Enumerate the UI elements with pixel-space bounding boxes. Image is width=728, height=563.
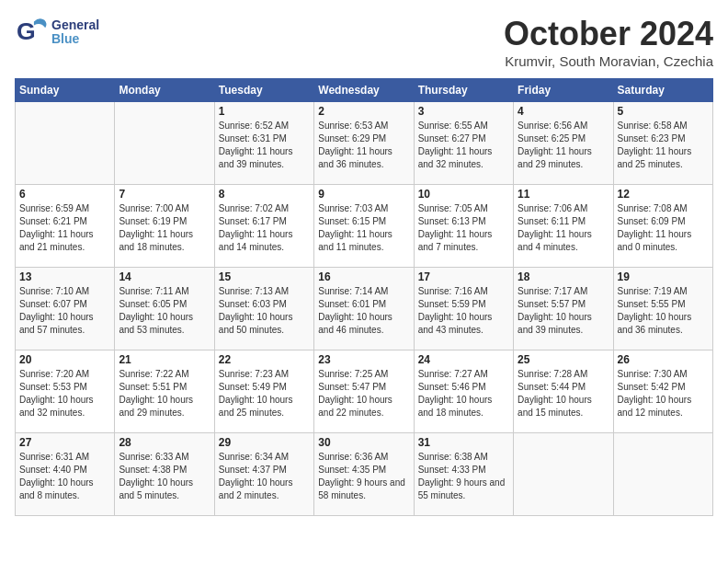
calendar-cell: 11Sunrise: 7:06 AM Sunset: 6:11 PM Dayli…: [514, 185, 613, 268]
calendar-cell: 24Sunrise: 7:27 AM Sunset: 5:46 PM Dayli…: [414, 350, 513, 433]
day-number: 25: [518, 353, 609, 366]
day-number: 5: [618, 105, 709, 118]
month-title: October 2024: [504, 15, 713, 53]
day-info: Sunrise: 7:10 AM Sunset: 6:07 PM Dayligh…: [19, 285, 110, 337]
day-info: Sunrise: 6:56 AM Sunset: 6:25 PM Dayligh…: [518, 120, 609, 171]
day-number: 28: [119, 436, 210, 449]
day-info: Sunrise: 7:20 AM Sunset: 5:53 PM Dayligh…: [19, 368, 110, 419]
day-info: Sunrise: 7:14 AM Sunset: 6:01 PM Dayligh…: [318, 285, 409, 337]
day-info: Sunrise: 7:16 AM Sunset: 5:59 PM Dayligh…: [418, 285, 509, 337]
calendar-cell: 9Sunrise: 7:03 AM Sunset: 6:15 PM Daylig…: [314, 185, 414, 268]
calendar-week-row: 13Sunrise: 7:10 AM Sunset: 6:07 PM Dayli…: [16, 268, 713, 350]
calendar-cell: 20Sunrise: 7:20 AM Sunset: 5:53 PM Dayli…: [16, 350, 115, 433]
page-header: G General Blue October 2024 Krumvir, Sou…: [15, 15, 713, 69]
calendar-cell: 17Sunrise: 7:16 AM Sunset: 5:59 PM Dayli…: [414, 268, 513, 350]
logo: G General Blue: [15, 15, 99, 50]
calendar-cell: [16, 102, 115, 185]
calendar-cell: 14Sunrise: 7:11 AM Sunset: 6:05 PM Dayli…: [115, 268, 214, 350]
calendar-cell: 7Sunrise: 7:00 AM Sunset: 6:19 PM Daylig…: [115, 185, 214, 268]
day-info: Sunrise: 7:17 AM Sunset: 5:57 PM Dayligh…: [518, 285, 609, 337]
column-header-sunday: Sunday: [16, 79, 115, 102]
calendar-cell: 28Sunrise: 6:33 AM Sunset: 4:38 PM Dayli…: [115, 433, 214, 516]
day-number: 6: [19, 188, 110, 201]
day-number: 31: [418, 436, 509, 449]
calendar-cell: [514, 433, 613, 516]
calendar-cell: 30Sunrise: 6:36 AM Sunset: 4:35 PM Dayli…: [314, 433, 414, 516]
calendar-cell: 23Sunrise: 7:25 AM Sunset: 5:47 PM Dayli…: [314, 350, 414, 433]
day-number: 1: [219, 105, 310, 118]
day-info: Sunrise: 7:05 AM Sunset: 6:13 PM Dayligh…: [418, 202, 509, 254]
calendar-table: SundayMondayTuesdayWednesdayThursdayFrid…: [15, 78, 713, 516]
day-number: 9: [318, 188, 409, 201]
day-number: 11: [518, 188, 609, 201]
day-number: 21: [119, 353, 210, 366]
day-info: Sunrise: 7:00 AM Sunset: 6:19 PM Dayligh…: [119, 202, 210, 254]
column-header-saturday: Saturday: [613, 79, 712, 102]
title-block: October 2024 Krumvir, South Moravian, Cz…: [504, 15, 713, 69]
day-info: Sunrise: 6:34 AM Sunset: 4:37 PM Dayligh…: [219, 451, 310, 502]
calendar-cell: 29Sunrise: 6:34 AM Sunset: 4:37 PM Dayli…: [214, 433, 313, 516]
day-number: 30: [318, 436, 409, 449]
day-number: 3: [418, 105, 509, 118]
calendar-cell: [613, 433, 712, 516]
column-header-monday: Monday: [115, 79, 214, 102]
calendar-cell: 13Sunrise: 7:10 AM Sunset: 6:07 PM Dayli…: [16, 268, 115, 350]
day-info: Sunrise: 6:31 AM Sunset: 4:40 PM Dayligh…: [19, 451, 110, 502]
calendar-header-row: SundayMondayTuesdayWednesdayThursdayFrid…: [16, 79, 713, 102]
calendar-cell: 22Sunrise: 7:23 AM Sunset: 5:49 PM Dayli…: [214, 350, 313, 433]
day-info: Sunrise: 7:06 AM Sunset: 6:11 PM Dayligh…: [518, 202, 609, 254]
calendar-cell: 31Sunrise: 6:38 AM Sunset: 4:33 PM Dayli…: [414, 433, 513, 516]
day-info: Sunrise: 7:25 AM Sunset: 5:47 PM Dayligh…: [318, 368, 409, 419]
calendar-cell: 10Sunrise: 7:05 AM Sunset: 6:13 PM Dayli…: [414, 185, 513, 268]
calendar-cell: 4Sunrise: 6:56 AM Sunset: 6:25 PM Daylig…: [514, 102, 613, 185]
calendar-cell: 6Sunrise: 6:59 AM Sunset: 6:21 PM Daylig…: [16, 185, 115, 268]
day-number: 8: [219, 188, 310, 201]
calendar-cell: 15Sunrise: 7:13 AM Sunset: 6:03 PM Dayli…: [214, 268, 313, 350]
day-info: Sunrise: 7:13 AM Sunset: 6:03 PM Dayligh…: [219, 285, 310, 337]
day-number: 15: [219, 270, 310, 283]
calendar-cell: [115, 102, 214, 185]
calendar-cell: 21Sunrise: 7:22 AM Sunset: 5:51 PM Dayli…: [115, 350, 214, 433]
location: Krumvir, South Moravian, Czechia: [504, 53, 713, 69]
calendar-week-row: 1Sunrise: 6:52 AM Sunset: 6:31 PM Daylig…: [16, 102, 713, 185]
calendar-cell: 19Sunrise: 7:19 AM Sunset: 5:55 PM Dayli…: [613, 268, 712, 350]
column-header-thursday: Thursday: [414, 79, 513, 102]
calendar-cell: 12Sunrise: 7:08 AM Sunset: 6:09 PM Dayli…: [613, 185, 712, 268]
day-number: 10: [418, 188, 509, 201]
logo-general-text: General: [51, 18, 99, 32]
day-number: 20: [19, 353, 110, 366]
day-number: 4: [518, 105, 609, 118]
day-number: 2: [318, 105, 409, 118]
day-info: Sunrise: 6:52 AM Sunset: 6:31 PM Dayligh…: [219, 120, 310, 171]
day-info: Sunrise: 6:36 AM Sunset: 4:35 PM Dayligh…: [318, 451, 409, 502]
day-info: Sunrise: 7:28 AM Sunset: 5:44 PM Dayligh…: [518, 368, 609, 419]
day-info: Sunrise: 7:02 AM Sunset: 6:17 PM Dayligh…: [219, 202, 310, 254]
calendar-cell: 27Sunrise: 6:31 AM Sunset: 4:40 PM Dayli…: [16, 433, 115, 516]
day-info: Sunrise: 7:22 AM Sunset: 5:51 PM Dayligh…: [119, 368, 210, 419]
calendar-week-row: 6Sunrise: 6:59 AM Sunset: 6:21 PM Daylig…: [16, 185, 713, 268]
calendar-cell: 5Sunrise: 6:58 AM Sunset: 6:23 PM Daylig…: [613, 102, 712, 185]
calendar-cell: 8Sunrise: 7:02 AM Sunset: 6:17 PM Daylig…: [214, 185, 313, 268]
day-info: Sunrise: 7:19 AM Sunset: 5:55 PM Dayligh…: [618, 285, 709, 337]
day-info: Sunrise: 7:11 AM Sunset: 6:05 PM Dayligh…: [119, 285, 210, 337]
day-info: Sunrise: 7:27 AM Sunset: 5:46 PM Dayligh…: [418, 368, 509, 419]
day-info: Sunrise: 7:08 AM Sunset: 6:09 PM Dayligh…: [618, 202, 709, 254]
svg-text:G: G: [17, 17, 36, 45]
column-header-friday: Friday: [514, 79, 613, 102]
logo-icon: G: [15, 15, 50, 50]
day-number: 22: [219, 353, 310, 366]
day-info: Sunrise: 6:38 AM Sunset: 4:33 PM Dayligh…: [418, 451, 509, 502]
calendar-cell: 1Sunrise: 6:52 AM Sunset: 6:31 PM Daylig…: [214, 102, 313, 185]
day-number: 7: [119, 188, 210, 201]
day-number: 24: [418, 353, 509, 366]
day-number: 23: [318, 353, 409, 366]
day-info: Sunrise: 6:53 AM Sunset: 6:29 PM Dayligh…: [318, 120, 409, 171]
day-number: 27: [19, 436, 110, 449]
day-info: Sunrise: 6:59 AM Sunset: 6:21 PM Dayligh…: [19, 202, 110, 254]
day-number: 13: [19, 270, 110, 283]
calendar-cell: 16Sunrise: 7:14 AM Sunset: 6:01 PM Dayli…: [314, 268, 414, 350]
day-info: Sunrise: 7:03 AM Sunset: 6:15 PM Dayligh…: [318, 202, 409, 254]
logo-blue-text: Blue: [51, 32, 99, 46]
calendar-cell: 26Sunrise: 7:30 AM Sunset: 5:42 PM Dayli…: [613, 350, 712, 433]
day-number: 19: [618, 270, 709, 283]
